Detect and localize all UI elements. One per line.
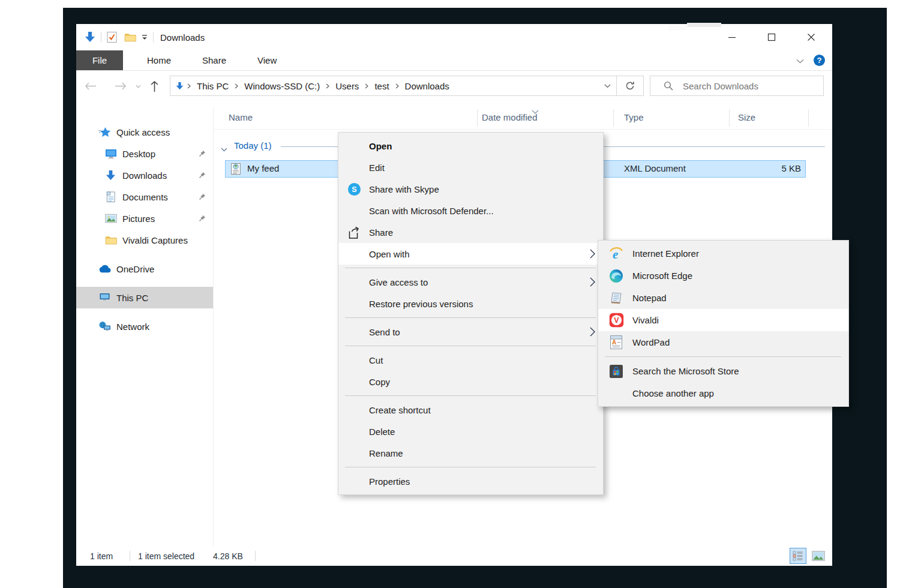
column-divider[interactable] <box>613 109 614 127</box>
close-button[interactable] <box>791 24 831 50</box>
file-properties-icon[interactable] <box>107 31 117 43</box>
menu-separator <box>345 317 596 318</box>
breadcrumb-downloads[interactable]: Downloads <box>403 81 452 91</box>
sidebar-item-desktop[interactable]: Desktop <box>76 143 213 164</box>
up-icon[interactable] <box>151 71 158 101</box>
tab-view[interactable]: View <box>242 50 292 70</box>
sidebar-item-documents[interactable]: Documents <box>76 186 213 208</box>
svg-text:V: V <box>614 316 619 325</box>
menu-item-open-with[interactable]: Open with <box>338 243 603 265</box>
search-icon <box>664 81 673 91</box>
tooltip-remnant <box>668 24 688 31</box>
status-item-count: 1 item <box>90 551 113 561</box>
sidebar-item-network[interactable]: Network <box>76 316 213 337</box>
submenu-item-choose-another-app[interactable]: Choose another app <box>598 382 848 404</box>
internet-explorer-icon: e <box>608 246 625 262</box>
sidebar-item-pictures[interactable]: Pictures <box>76 208 213 229</box>
minimize-button[interactable] <box>712 24 752 50</box>
search-bar[interactable] <box>650 76 824 96</box>
group-collapse-icon[interactable] <box>221 143 227 154</box>
menu-item-share-with-skype[interactable]: S Share with Skype <box>338 178 603 200</box>
svg-text:A: A <box>612 339 616 346</box>
menu-item-open[interactable]: Open <box>338 135 603 157</box>
sidebar-item-downloads[interactable]: Downloads <box>76 164 213 186</box>
maximize-button[interactable] <box>752 24 791 50</box>
submenu-item-wordpad[interactable]: A WordPad <box>598 331 848 353</box>
back-icon[interactable] <box>85 71 97 101</box>
column-header-date-modified[interactable]: Date modified <box>482 112 538 122</box>
column-header-type[interactable]: Type <box>624 112 644 122</box>
search-input[interactable] <box>682 80 816 92</box>
menu-separator <box>345 346 596 346</box>
menu-item-send-to[interactable]: Send to <box>338 321 603 343</box>
breadcrumb-windows-ssd[interactable]: Windows-SSD (C:) <box>242 81 322 91</box>
ribbon-tab-bar: File Home Share View ? <box>76 50 832 71</box>
breadcrumb-users[interactable]: Users <box>333 81 361 91</box>
tab-file[interactable]: File <box>76 50 123 70</box>
menu-item-share[interactable]: Share <box>338 221 603 243</box>
menu-item-properties[interactable]: Properties <box>338 470 603 492</box>
title-bar[interactable]: Downloads <box>76 24 832 50</box>
address-bar[interactable]: This PC Windows-SSD (C:) Users test Down… <box>170 76 617 96</box>
recent-locations-caret-icon[interactable] <box>136 71 141 101</box>
breadcrumb-chevron-icon <box>365 83 368 89</box>
forward-icon[interactable] <box>115 71 127 101</box>
status-divider <box>255 551 256 561</box>
collapse-ribbon-icon[interactable] <box>796 55 804 65</box>
breadcrumb-this-pc[interactable]: This PC <box>194 81 231 91</box>
window-controls <box>712 24 831 50</box>
breadcrumb-chevron-icon <box>395 83 399 89</box>
tab-share[interactable]: Share <box>187 50 242 70</box>
new-folder-icon[interactable] <box>124 32 136 42</box>
column-header-size[interactable]: Size <box>738 112 755 122</box>
menu-item-copy[interactable]: Copy <box>338 371 603 392</box>
menu-item-scan-with-defender[interactable]: Scan with Microsoft Defender... <box>338 200 603 221</box>
submenu-arrow-icon <box>590 327 595 338</box>
menu-item-rename[interactable]: Rename <box>338 442 603 464</box>
status-bar: 1 item 1 item selected 4.28 KB <box>76 546 832 566</box>
menu-item-create-shortcut[interactable]: Create shortcut <box>338 399 603 421</box>
column-header-name[interactable]: Name <box>229 112 253 122</box>
network-icon <box>98 321 112 332</box>
toolbar-divider <box>101 32 101 43</box>
large-icons-view-button[interactable] <box>810 548 827 564</box>
submenu-item-microsoft-edge[interactable]: Microsoft Edge <box>598 265 848 287</box>
address-dropdown-icon[interactable] <box>604 84 611 88</box>
details-view-button[interactable] <box>790 548 806 564</box>
sidebar-item-onedrive[interactable]: OneDrive <box>76 258 213 280</box>
menu-item-delete[interactable]: Delete <box>338 421 603 442</box>
notepad-icon <box>608 291 625 305</box>
column-divider[interactable] <box>808 109 809 127</box>
group-label[interactable]: Today (1) <box>234 140 272 151</box>
tab-home[interactable]: Home <box>131 50 187 70</box>
sidebar-item-quick-access[interactable]: Quick access <box>76 121 213 143</box>
microsoft-store-icon <box>608 364 625 379</box>
window-title: Downloads <box>160 32 205 43</box>
refresh-button[interactable] <box>616 76 644 96</box>
documents-icon <box>104 191 118 203</box>
column-divider[interactable] <box>729 109 730 127</box>
breadcrumb-test[interactable]: test <box>372 81 391 91</box>
menu-separator <box>605 356 841 357</box>
menu-item-give-access-to[interactable]: Give access to <box>338 271 603 293</box>
status-divider <box>130 551 130 561</box>
sidebar-item-this-pc[interactable]: This PC <box>76 287 213 308</box>
context-menu: Open Edit S Share with Skype Scan with M… <box>338 132 604 495</box>
menu-item-cut[interactable]: Cut <box>338 349 603 371</box>
pin-icon <box>199 150 206 157</box>
microsoft-edge-icon <box>608 269 625 283</box>
status-selection-size: 4.28 KB <box>213 551 243 561</box>
column-divider[interactable] <box>477 109 478 127</box>
customize-caret-icon[interactable] <box>142 34 148 40</box>
pin-icon <box>199 193 206 200</box>
menu-item-edit[interactable]: Edit <box>338 157 603 178</box>
sidebar-item-vivaldi-captures[interactable]: Vivaldi Captures <box>76 229 213 251</box>
toolbar-divider <box>153 32 154 43</box>
navigation-bar: This PC Windows-SSD (C:) Users test Down… <box>76 71 832 101</box>
help-icon[interactable]: ? <box>814 55 825 66</box>
menu-item-restore-previous-versions[interactable]: Restore previous versions <box>338 293 603 314</box>
submenu-item-internet-explorer[interactable]: e Internet Explorer <box>598 242 848 265</box>
submenu-item-search-microsoft-store[interactable]: Search the Microsoft Store <box>598 360 848 382</box>
submenu-item-vivaldi[interactable]: V Vivaldi <box>598 309 848 331</box>
submenu-item-notepad[interactable]: Notepad <box>598 287 848 309</box>
